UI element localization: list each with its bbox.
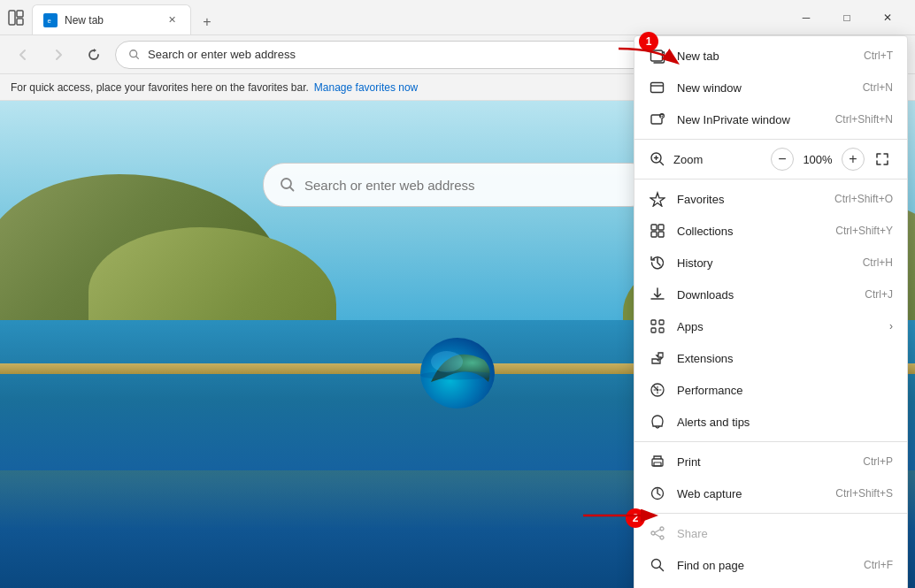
title-bar: e New tab ✕ + ─ □ ✕ — [0, 0, 915, 35]
svg-rect-21 — [659, 320, 664, 325]
history-label: History — [677, 256, 852, 270]
svg-rect-16 — [651, 225, 657, 230]
share-label: Share — [677, 527, 893, 540]
tab-strip: e New tab ✕ + — [32, 0, 779, 34]
close-button[interactable]: ✕ — [867, 0, 908, 35]
favorites-icon — [649, 190, 666, 208]
edge-logo — [413, 325, 502, 413]
zoom-in-button[interactable]: + — [842, 148, 865, 171]
search-input[interactable] — [304, 178, 635, 193]
menu-item-print[interactable]: Print Ctrl+P — [634, 446, 907, 477]
active-tab[interactable]: e New tab ✕ — [32, 4, 191, 34]
menu-item-collections[interactable]: Collections Ctrl+Shift+Y — [634, 215, 907, 247]
back-icon — [16, 48, 30, 62]
divider-1 — [634, 139, 907, 140]
collections-label: Collections — [677, 225, 825, 238]
search-icon — [128, 49, 141, 61]
fullscreen-icon — [875, 152, 889, 166]
menu-item-history[interactable]: History Ctrl+H — [634, 247, 907, 279]
dropdown-menu: New tab Ctrl+T New window Ctrl+N P New I… — [634, 35, 908, 588]
print-label: Print — [677, 455, 852, 469]
menu-item-performance[interactable]: Performance — [634, 374, 907, 406]
refresh-icon — [87, 48, 101, 62]
svg-rect-19 — [658, 232, 664, 237]
forward-icon — [51, 48, 65, 62]
new-tab-label: New tab — [677, 50, 853, 63]
zoom-label: Zoom — [673, 153, 764, 166]
svg-point-8 — [420, 371, 495, 380]
divider-2 — [634, 179, 907, 179]
svg-point-30 — [651, 531, 655, 535]
svg-point-28 — [660, 527, 664, 531]
apps-icon — [649, 317, 666, 335]
tab-favicon: e — [43, 13, 58, 27]
share-icon — [649, 524, 666, 542]
manage-favorites-link[interactable]: Manage favorites now — [314, 81, 418, 94]
new-window-label: New window — [677, 81, 852, 95]
menu-item-apps[interactable]: Apps › — [634, 310, 907, 342]
svg-rect-0 — [9, 11, 15, 25]
web-capture-shortcut: Ctrl+Shift+S — [835, 487, 893, 500]
menu-item-read-aloud[interactable]: A Read aloud Ctrl+Shift+U — [634, 581, 907, 588]
collections-icon — [649, 222, 666, 240]
tab-close-button[interactable]: ✕ — [164, 12, 180, 28]
svg-rect-26 — [654, 462, 661, 466]
favorites-bar-text: For quick access, place your favorites h… — [11, 81, 309, 94]
svg-rect-23 — [659, 328, 664, 332]
svg-point-24 — [657, 389, 658, 391]
zoom-icon — [649, 150, 666, 168]
back-button[interactable] — [9, 41, 37, 69]
downloads-label: Downloads — [677, 288, 854, 302]
layout-icon — [7, 9, 25, 27]
minimize-button[interactable]: ─ — [786, 0, 827, 35]
inprivate-icon: P — [649, 111, 666, 128]
history-shortcut: Ctrl+H — [863, 256, 893, 269]
search-bar-icon — [280, 177, 296, 193]
zoom-out-button[interactable]: − — [771, 148, 794, 171]
window-buttons: ─ □ ✕ — [786, 0, 908, 35]
search-bar[interactable] — [263, 163, 652, 207]
web-capture-label: Web capture — [677, 487, 825, 500]
collections-shortcut: Ctrl+Shift+Y — [835, 225, 893, 237]
zoom-row: Zoom − 100% + — [634, 143, 907, 175]
zoom-controls: − 100% + — [771, 148, 865, 171]
divider-3 — [634, 441, 907, 442]
menu-item-downloads[interactable]: Downloads Ctrl+J — [634, 279, 907, 310]
badge-1: 1 — [639, 32, 658, 51]
svg-rect-20 — [651, 320, 656, 325]
menu-item-alerts[interactable]: Alerts and tips — [634, 406, 907, 438]
maximize-button[interactable]: □ — [827, 0, 867, 35]
extensions-icon — [649, 349, 666, 367]
search-overlay — [263, 163, 652, 207]
svg-point-7 — [431, 351, 463, 372]
new-tab-button[interactable]: + — [195, 10, 219, 34]
menu-item-web-capture[interactable]: Web capture Ctrl+Shift+S — [634, 477, 907, 509]
web-capture-icon — [649, 485, 666, 502]
alerts-icon — [649, 413, 666, 431]
inprivate-shortcut: Ctrl+Shift+N — [835, 113, 893, 126]
menu-item-extensions[interactable]: Extensions — [634, 342, 907, 374]
menu-item-find[interactable]: Find on page Ctrl+F — [634, 549, 907, 581]
refresh-button[interactable] — [80, 41, 108, 69]
alerts-label: Alerts and tips — [677, 416, 893, 429]
menu-item-new-window[interactable]: New window Ctrl+N — [634, 72, 907, 103]
new-window-shortcut: Ctrl+N — [863, 81, 893, 94]
performance-label: Performance — [677, 384, 893, 397]
svg-rect-1 — [17, 11, 23, 17]
downloads-icon — [649, 286, 666, 303]
menu-item-new-tab[interactable]: New tab Ctrl+T — [634, 40, 907, 72]
zoom-value: 100% — [799, 153, 836, 166]
tab-title: New tab — [65, 14, 157, 27]
find-icon — [649, 556, 666, 574]
fullscreen-button[interactable] — [872, 149, 893, 170]
svg-rect-17 — [658, 225, 664, 230]
sidebar-toggle — [7, 9, 25, 27]
menu-item-favorites[interactable]: Favorites Ctrl+Shift+O — [634, 183, 907, 215]
new-window-icon — [649, 79, 666, 96]
apps-label: Apps — [677, 320, 879, 333]
menu-item-share: Share — [634, 517, 907, 549]
menu-item-inprivate[interactable]: P New InPrivate window Ctrl+Shift+N — [634, 103, 907, 135]
downloads-shortcut: Ctrl+J — [865, 288, 893, 301]
svg-rect-18 — [651, 232, 657, 237]
forward-button[interactable] — [44, 41, 73, 69]
